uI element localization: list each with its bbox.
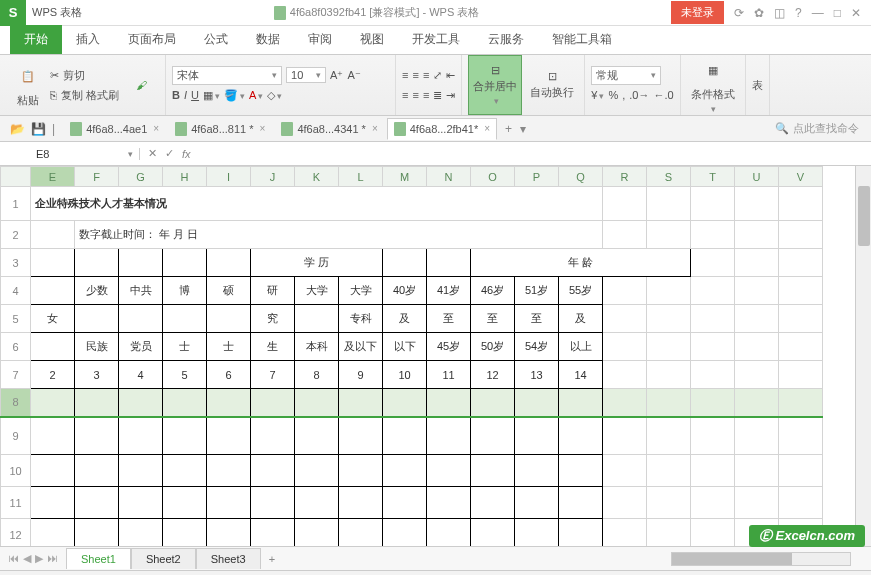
cell[interactable]: 大学 bbox=[295, 277, 339, 305]
cell[interactable] bbox=[207, 455, 251, 487]
next-sheet-icon[interactable]: ▶ bbox=[35, 552, 43, 565]
cell[interactable] bbox=[251, 487, 295, 519]
cell[interactable] bbox=[383, 455, 427, 487]
align-left-icon[interactable]: ≡ bbox=[402, 89, 408, 101]
cell[interactable] bbox=[427, 455, 471, 487]
prev-sheet-icon[interactable]: ◀ bbox=[23, 552, 31, 565]
cell[interactable]: 50岁 bbox=[471, 333, 515, 361]
cut-button[interactable]: ✂剪切 bbox=[50, 65, 119, 85]
sheet-tab-3[interactable]: Sheet3 bbox=[196, 548, 261, 569]
cell[interactable] bbox=[779, 487, 823, 519]
cell[interactable] bbox=[427, 249, 471, 277]
cell[interactable] bbox=[603, 333, 647, 361]
cell[interactable] bbox=[647, 389, 691, 417]
cell[interactable] bbox=[647, 417, 691, 455]
spreadsheet-grid[interactable]: EFGHIJKLMNOPQRSTUV 1企业特殊技术人才基本情况2数字截止时间：… bbox=[0, 166, 871, 546]
sync-icon[interactable]: ⟳ bbox=[734, 6, 744, 20]
clear-format-button[interactable]: ◇▾ bbox=[267, 89, 282, 102]
cell[interactable]: 3 bbox=[75, 361, 119, 389]
cell[interactable] bbox=[647, 455, 691, 487]
increase-font-icon[interactable]: A⁺ bbox=[330, 69, 343, 82]
inc-decimal-icon[interactable]: .0→ bbox=[629, 89, 649, 101]
tab-formula[interactable]: 公式 bbox=[190, 25, 242, 54]
cell[interactable] bbox=[207, 487, 251, 519]
cell[interactable] bbox=[339, 487, 383, 519]
cell[interactable] bbox=[119, 455, 163, 487]
cell[interactable] bbox=[207, 389, 251, 417]
cell[interactable] bbox=[427, 519, 471, 547]
cell[interactable] bbox=[31, 333, 75, 361]
cell[interactable] bbox=[691, 277, 735, 305]
settings-icon[interactable]: ✿ bbox=[754, 6, 764, 20]
cell[interactable] bbox=[735, 417, 779, 455]
cell[interactable]: 硕 bbox=[207, 277, 251, 305]
cell[interactable] bbox=[515, 417, 559, 455]
cell[interactable] bbox=[383, 389, 427, 417]
cell[interactable]: 及 bbox=[559, 305, 603, 333]
cell[interactable] bbox=[295, 305, 339, 333]
cell[interactable] bbox=[119, 417, 163, 455]
cell[interactable]: 研 bbox=[251, 277, 295, 305]
cell[interactable]: 少数 bbox=[75, 277, 119, 305]
cell[interactable] bbox=[119, 249, 163, 277]
cell[interactable]: 2 bbox=[31, 361, 75, 389]
col-header-P[interactable]: P bbox=[515, 167, 559, 187]
cell[interactable] bbox=[163, 487, 207, 519]
cell[interactable]: 51岁 bbox=[515, 277, 559, 305]
name-box[interactable]: E8 ▾ bbox=[30, 148, 140, 160]
cell[interactable] bbox=[339, 519, 383, 547]
cell[interactable] bbox=[163, 389, 207, 417]
cell[interactable] bbox=[735, 389, 779, 417]
cell[interactable] bbox=[647, 519, 691, 547]
cell[interactable] bbox=[691, 221, 735, 249]
cell[interactable] bbox=[383, 249, 427, 277]
col-header-H[interactable]: H bbox=[163, 167, 207, 187]
add-tab-button[interactable]: + bbox=[499, 122, 518, 136]
dec-decimal-icon[interactable]: ←.0 bbox=[653, 89, 673, 101]
tab-data[interactable]: 数据 bbox=[242, 25, 294, 54]
cell[interactable] bbox=[559, 487, 603, 519]
cell[interactable] bbox=[515, 487, 559, 519]
cell[interactable] bbox=[75, 389, 119, 417]
row-header-5[interactable]: 5 bbox=[1, 305, 31, 333]
cell[interactable]: 专科 bbox=[339, 305, 383, 333]
doctab-4[interactable]: 4f6a8...2fb41*× bbox=[387, 118, 497, 140]
cell[interactable] bbox=[31, 417, 75, 455]
cell[interactable]: 数字截止时间： 年 月 日 bbox=[75, 221, 603, 249]
cell[interactable] bbox=[75, 455, 119, 487]
cell[interactable]: 至 bbox=[515, 305, 559, 333]
cell[interactable] bbox=[603, 455, 647, 487]
cell[interactable] bbox=[559, 455, 603, 487]
first-sheet-icon[interactable]: ⏮ bbox=[8, 552, 19, 565]
cell[interactable]: 40岁 bbox=[383, 277, 427, 305]
close-icon[interactable]: ✕ bbox=[851, 6, 861, 20]
col-header-T[interactable]: T bbox=[691, 167, 735, 187]
cell[interactable] bbox=[383, 519, 427, 547]
cond-format-button[interactable]: ▦ 条件格式▾ bbox=[687, 57, 739, 114]
cell[interactable] bbox=[603, 187, 647, 221]
cell[interactable] bbox=[735, 487, 779, 519]
row-header-6[interactable]: 6 bbox=[1, 333, 31, 361]
tab-home[interactable]: 开始 bbox=[10, 25, 62, 54]
row-header-2[interactable]: 2 bbox=[1, 221, 31, 249]
cell[interactable] bbox=[691, 187, 735, 221]
col-header-V[interactable]: V bbox=[779, 167, 823, 187]
paste-button[interactable]: 📋 粘贴 bbox=[10, 63, 46, 108]
cell[interactable] bbox=[31, 277, 75, 305]
cell[interactable] bbox=[427, 487, 471, 519]
cell[interactable] bbox=[691, 361, 735, 389]
cell[interactable]: 民族 bbox=[75, 333, 119, 361]
tab-insert[interactable]: 插入 bbox=[62, 25, 114, 54]
cell[interactable]: 45岁 bbox=[427, 333, 471, 361]
col-header-L[interactable]: L bbox=[339, 167, 383, 187]
cell[interactable]: 46岁 bbox=[471, 277, 515, 305]
col-header-O[interactable]: O bbox=[471, 167, 515, 187]
cell[interactable] bbox=[471, 519, 515, 547]
cell[interactable]: 以下 bbox=[383, 333, 427, 361]
copy-button[interactable]: ⎘复制 格式刷 bbox=[50, 85, 119, 105]
last-sheet-icon[interactable]: ⏭ bbox=[47, 552, 58, 565]
cell[interactable] bbox=[779, 277, 823, 305]
cell[interactable] bbox=[163, 305, 207, 333]
cell[interactable] bbox=[339, 455, 383, 487]
underline-button[interactable]: U bbox=[191, 89, 199, 101]
